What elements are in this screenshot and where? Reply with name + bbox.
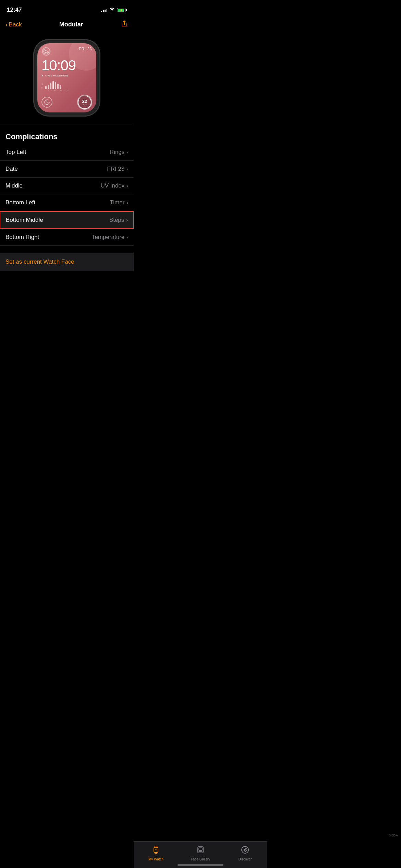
complication-label-date: Date (5, 166, 18, 172)
chevron-icon-bottom-middle: › (126, 217, 128, 223)
signal-bar-2 (103, 10, 104, 12)
page-title: Modular (59, 21, 83, 28)
chart-label-m: M (54, 89, 56, 92)
complication-row-bottom-right[interactable]: Bottom Right Temperature › (0, 229, 134, 246)
watch-rings-icon (41, 47, 51, 58)
complication-row-bottom-left[interactable]: Bottom Left Timer › (0, 194, 134, 211)
set-watch-face-section: Set as current Watch Face (0, 253, 134, 271)
watch-chart: 11 0 (41, 79, 92, 89)
watch-steps-complication: 22 18 31 (77, 95, 92, 110)
chart-label-t2: T (63, 89, 65, 92)
complication-value-container-bottom-middle: Steps › (109, 217, 128, 224)
chart-bar-2 (48, 85, 49, 89)
complication-value-top-left: Rings (110, 149, 124, 156)
complication-row-date[interactable]: Date FRI 23 › (0, 161, 134, 178)
status-bar: 12:47 ⚡ (0, 0, 134, 17)
complication-label-bottom-right: Bottom Right (5, 234, 39, 241)
svg-point-3 (45, 50, 48, 53)
signal-bar-1 (101, 11, 102, 12)
complication-value-container-bottom-right: Temperature › (92, 234, 128, 241)
wifi-icon (109, 8, 115, 13)
watch-chart-labels: S S M T W T F (48, 89, 92, 92)
battery-icon: ⚡ (117, 8, 127, 12)
complication-value-container-top-left: Rings › (110, 149, 128, 156)
complication-value-container-bottom-left: Timer › (110, 199, 128, 206)
complication-value-bottom-left: Timer (110, 199, 125, 206)
complication-value-date: FRI 23 (107, 166, 124, 172)
watch-time: 10:09 (41, 58, 92, 73)
watch-date: FRI 23 (79, 47, 92, 51)
back-button[interactable]: ‹ Back (5, 21, 22, 28)
complication-row-top-left[interactable]: Top Left Rings › (0, 144, 134, 161)
complication-label-bottom-middle: Bottom Middle (6, 217, 43, 224)
status-icons: ⚡ (101, 8, 127, 13)
complication-value-middle: UV Index (100, 182, 124, 189)
complication-label-bottom-left: Bottom Left (5, 199, 35, 206)
chevron-icon-date: › (126, 166, 128, 172)
watch-top-row: FRI 23 (41, 47, 92, 58)
complication-value-container-middle: UV Index › (100, 182, 128, 189)
back-label: Back (9, 21, 22, 28)
nav-bar: ‹ Back Modular (0, 17, 134, 33)
status-time: 12:47 (7, 7, 22, 13)
chart-label-t1: T (57, 89, 59, 92)
chart-label-s2: S (51, 89, 53, 92)
chart-label-f: F (66, 89, 68, 92)
watch-face-outer: FRI 23 10:09 ► UVI 5 MODERATE 11 0 (34, 40, 99, 116)
chevron-icon-top-left: › (126, 149, 128, 155)
chart-bar-1 (45, 86, 47, 89)
chart-bar-4 (52, 81, 54, 89)
complication-label-top-left: Top Left (5, 149, 26, 156)
share-button[interactable] (121, 20, 128, 29)
chart-bar-7 (60, 85, 61, 89)
complication-value-bottom-right: Temperature (92, 234, 124, 241)
complication-label-middle: Middle (5, 182, 23, 189)
watch-timer-complication (41, 97, 52, 108)
chart-label-s1: S (48, 89, 50, 92)
chevron-icon-middle: › (126, 183, 128, 189)
chart-bar-5 (55, 82, 56, 89)
complication-row-bottom-middle[interactable]: Bottom Middle Steps › (0, 211, 134, 229)
watch-face-inner: FRI 23 10:09 ► UVI 5 MODERATE 11 0 (37, 43, 96, 112)
signal-bar-4 (106, 9, 107, 12)
complication-row-middle[interactable]: Middle UV Index › (0, 178, 134, 194)
chart-bar-3 (50, 83, 51, 89)
signal-bar-3 (105, 10, 106, 12)
chevron-icon-bottom-right: › (126, 234, 128, 240)
complications-section: Complications Top Left Rings › Date FRI … (0, 126, 134, 246)
watch-uv-row: ► UVI 5 MODERATE (41, 74, 92, 77)
complication-value-bottom-middle: Steps (109, 217, 124, 224)
signal-bars-icon (101, 8, 107, 12)
chevron-icon-bottom-left: › (126, 200, 128, 205)
back-chevron-icon: ‹ (5, 21, 8, 28)
watch-bottom-row: 22 18 31 (41, 95, 92, 110)
chart-bar-6 (57, 84, 59, 89)
complications-header: Complications (0, 126, 134, 144)
complication-value-container-date: FRI 23 › (107, 166, 128, 172)
chart-label-w: W (60, 89, 62, 92)
watch-preview-container: FRI 23 10:09 ► UVI 5 MODERATE 11 0 (0, 33, 134, 126)
watch-uv-text: UVI 5 MODERATE (45, 74, 68, 77)
svg-point-2 (44, 49, 49, 54)
set-watch-face-button[interactable]: Set as current Watch Face (5, 258, 128, 265)
